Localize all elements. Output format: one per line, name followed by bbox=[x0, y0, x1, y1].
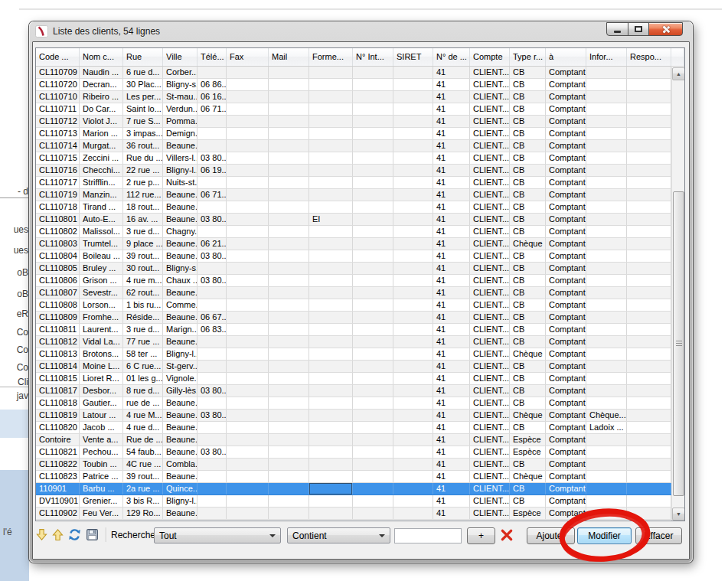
table-row[interactable]: CL110804Boileau ...39 rout...Beaune...03… bbox=[36, 250, 671, 263]
cell-siret bbox=[393, 324, 433, 335]
cell-mail bbox=[269, 299, 309, 311]
table-row[interactable]: CL110801Auto-E...16 av. ...Beaune...03 8… bbox=[36, 214, 671, 226]
cell-siret bbox=[393, 103, 433, 115]
table-row[interactable]: CL110712Violot J...7 rue S...Pomma...41C… bbox=[36, 116, 671, 128]
search-mode-select[interactable]: Contient bbox=[287, 527, 390, 543]
minimize-button[interactable] bbox=[606, 22, 628, 36]
column-header-respo[interactable]: Respo... bbox=[627, 48, 671, 66]
table-row[interactable]: 110901Barbu ...2a rue ...Quince...41CLIE… bbox=[36, 483, 671, 495]
cell-nom: Decran... bbox=[80, 79, 123, 90]
search-input[interactable] bbox=[394, 528, 462, 543]
column-header-nom[interactable]: Nom c... bbox=[80, 48, 123, 66]
table-row[interactable]: CL110812Vidal La...77 rue ...Beaune...41… bbox=[36, 336, 671, 348]
table-row[interactable]: CL110811Laurent...3 rue d...Marign...06 … bbox=[36, 324, 671, 336]
cell-siret bbox=[393, 312, 433, 323]
column-header-rue[interactable]: Rue bbox=[123, 48, 163, 66]
scrollbar-thumb[interactable] bbox=[673, 191, 684, 496]
table-row[interactable]: CL110821Pechou...54 faub...Beaune...03 8… bbox=[36, 446, 671, 459]
search-field-select[interactable]: Tout bbox=[154, 527, 281, 543]
table-row[interactable]: CL110714Murgat...36 rout...Beaune...41CL… bbox=[36, 140, 671, 152]
move-down-icon[interactable] bbox=[35, 528, 48, 541]
cell-respo bbox=[627, 116, 671, 127]
table-row[interactable]: CL110809Fromhe...Réside...Beaune...06 67… bbox=[36, 312, 671, 324]
cell-nint bbox=[353, 238, 393, 250]
edit-button[interactable]: Modifier bbox=[577, 527, 632, 544]
column-header-infor[interactable]: Infor... bbox=[586, 48, 627, 66]
cell-compte: CLIENT... bbox=[470, 287, 510, 299]
delete-button[interactable]: Effacer bbox=[635, 527, 682, 544]
cell-nint bbox=[353, 152, 393, 164]
move-up-icon[interactable] bbox=[51, 528, 64, 541]
cell-respo bbox=[627, 226, 671, 237]
column-header-siret[interactable]: SIRET bbox=[393, 48, 433, 66]
table-row[interactable]: CL110902Feu Ver...129 Ro...Beaune...41CL… bbox=[36, 508, 671, 520]
cell-tel: 06 83... bbox=[198, 324, 227, 335]
table-row[interactable]: CL110808Lorson...1 bis ru...Comme...41CL… bbox=[36, 299, 671, 312]
cell-respo bbox=[627, 508, 671, 519]
column-header-tel[interactable]: Télé... bbox=[198, 48, 227, 66]
title-bar[interactable]: Liste des clients, 54 lignes bbox=[29, 21, 693, 41]
table-row[interactable]: CL110803Trumtel...9 place ...Beaune...06… bbox=[36, 238, 671, 250]
cell-rue: 2 rue p... bbox=[123, 177, 163, 188]
cell-type: CB bbox=[510, 361, 546, 372]
cell-forme bbox=[309, 483, 353, 495]
close-button[interactable] bbox=[648, 22, 683, 36]
background-text-fragment: eR bbox=[0, 308, 28, 319]
column-header-a[interactable]: à bbox=[546, 48, 586, 66]
table-row[interactable]: CL110805Bruley ...30 rout...Bligny-s...4… bbox=[36, 263, 671, 275]
refresh-icon[interactable] bbox=[68, 528, 81, 541]
cell-nom: Malissol... bbox=[80, 226, 123, 237]
cell-mail bbox=[269, 483, 309, 495]
save-icon[interactable] bbox=[86, 528, 99, 541]
table-row[interactable]: CL110720Decran...30 Plac...Bligny-s...06… bbox=[36, 79, 671, 91]
maximize-button[interactable] bbox=[628, 22, 649, 36]
table-row[interactable]: CL110709Naudin ...6 rue d...Corber...41C… bbox=[36, 67, 671, 79]
table-row[interactable]: CL110710Ribeiro ...Les per...St-mau...06… bbox=[36, 91, 671, 103]
column-header-ville[interactable]: Ville bbox=[163, 48, 198, 66]
table-row[interactable]: ContoireVente a...Rue de ...Beaune...41C… bbox=[36, 434, 671, 446]
cell-infor bbox=[586, 128, 627, 139]
column-header-nint[interactable]: N° Int... bbox=[353, 48, 393, 66]
table-row[interactable]: CL110807Sevestr...62 rout...Beaune...41C… bbox=[36, 287, 671, 299]
scroll-down-button[interactable]: ▼ bbox=[672, 508, 685, 521]
table-row[interactable]: CL110718Tirand ...18 rout...Beaune...41C… bbox=[36, 201, 671, 214]
table-row[interactable]: CL110713Marion ...3 impas...Demign...41C… bbox=[36, 128, 671, 140]
column-header-type[interactable]: Type r... bbox=[510, 48, 546, 66]
table-row[interactable]: CL110813Brotons...58 ter ...Bligny-l...4… bbox=[36, 348, 671, 361]
cell-infor bbox=[586, 434, 627, 446]
scroll-up-button[interactable]: ▲ bbox=[672, 67, 685, 80]
table-row[interactable]: CL110822Toubin ...4C rue ...Combla...41C… bbox=[36, 459, 671, 471]
table-row[interactable]: CL110715Zeccini ...Rue du ...Villers-l..… bbox=[36, 152, 671, 165]
column-header-compte[interactable]: Compte bbox=[470, 48, 510, 66]
table-row[interactable]: CL110815Lioret R...01 les g...Vignole...… bbox=[36, 373, 671, 385]
table-row[interactable]: DV110901Grenier...3 bis R...Bligny-l...4… bbox=[36, 495, 671, 508]
cell-respo bbox=[627, 214, 671, 225]
column-header-forme[interactable]: Forme... bbox=[309, 48, 353, 66]
cell-tel: 03 80... bbox=[198, 446, 227, 458]
table-row[interactable]: CL110814Moine L...6 C rue...St-gerv...41… bbox=[36, 361, 671, 373]
table-row[interactable]: CL110716Checchi...22 rue ...Bligny-l...0… bbox=[36, 165, 671, 177]
add-filter-button[interactable]: + bbox=[467, 527, 495, 544]
table-row[interactable]: CL110820Jacob ...4 rue d...Beaune...41CL… bbox=[36, 422, 671, 434]
cell-code: CL110819 bbox=[36, 410, 80, 421]
cell-nint bbox=[353, 483, 393, 495]
cell-code: CL110711 bbox=[36, 103, 80, 115]
table-row[interactable]: CL110817Desbor...8 rue d...Gilly-lès...0… bbox=[36, 385, 671, 397]
add-button[interactable]: Ajouter bbox=[527, 527, 575, 544]
cell-compte: CLIENT... bbox=[470, 79, 510, 90]
vertical-scrollbar[interactable]: ▲ ▼ bbox=[671, 67, 684, 521]
table-row[interactable]: CL110806Grison ...4 rue m...Chaux ...03 … bbox=[36, 275, 671, 287]
table-row[interactable]: CL110717Strifflin...2 rue p...Nuits-st..… bbox=[36, 177, 671, 189]
table-row[interactable]: CL110711Do Car...Saint lo...Verdun...06 … bbox=[36, 103, 671, 116]
table-row[interactable]: CL110719Manzin...112 rue...Beaune...06 7… bbox=[36, 189, 671, 201]
column-header-mail[interactable]: Mail bbox=[269, 48, 309, 66]
table-row[interactable]: CL110818Gautier...rue de ...Beaune...41C… bbox=[36, 397, 671, 410]
table-row[interactable]: CL110823Patrice ...39 rout...Beaune...41… bbox=[36, 471, 671, 483]
clear-filter-icon[interactable] bbox=[500, 528, 514, 542]
column-header-fax[interactable]: Fax bbox=[227, 48, 269, 66]
table-row[interactable]: CL110819Latour ...4 rue M...Beaune...03 … bbox=[36, 410, 671, 422]
column-header-code[interactable]: Code ... bbox=[36, 48, 80, 66]
cell-type: CB bbox=[510, 397, 546, 409]
table-row[interactable]: CL110802Malissol...3 rue d...Chagny...41… bbox=[36, 226, 671, 238]
column-header-nde[interactable]: N° de ... bbox=[433, 48, 470, 66]
